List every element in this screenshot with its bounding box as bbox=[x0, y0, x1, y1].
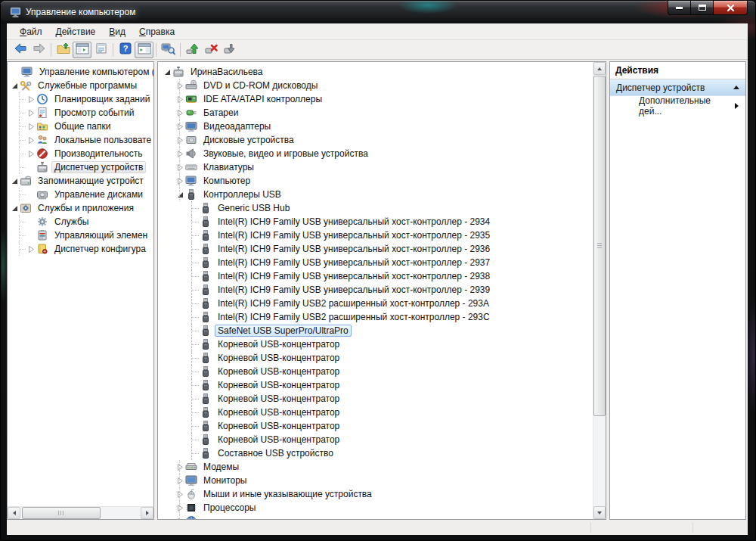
forward-button[interactable] bbox=[29, 42, 48, 58]
minimize-button[interactable] bbox=[668, 1, 691, 15]
tree-item[interactable]: Планировщик заданий bbox=[8, 92, 153, 106]
update-driver-button[interactable] bbox=[183, 42, 202, 58]
tree-item[interactable]: Generic USB Hub bbox=[158, 201, 593, 215]
tree-item[interactable]: Корневой USB-концентратор bbox=[158, 419, 593, 433]
expand-toggle-icon[interactable] bbox=[175, 462, 185, 472]
vertical-scrollbar[interactable] bbox=[593, 62, 606, 519]
tree-item[interactable]: Корневой USB-концентратор bbox=[158, 392, 593, 406]
more-actions-item[interactable]: Дополнительные дей... bbox=[610, 96, 745, 116]
expand-toggle-icon[interactable] bbox=[26, 148, 36, 159]
scan-hardware-changes-button[interactable] bbox=[159, 42, 178, 58]
console-tree-toggle-button[interactable] bbox=[73, 42, 91, 58]
tree-item[interactable]: Диспетчер конфигура bbox=[8, 242, 153, 256]
tree-item[interactable]: DVD и CD-ROM дисководы bbox=[158, 79, 593, 92]
properties-button[interactable] bbox=[91, 42, 110, 58]
tree-item[interactable]: Запоминающие устройст bbox=[8, 174, 153, 188]
tree-item[interactable]: Составное USB устройство bbox=[158, 446, 593, 460]
tree-item[interactable]: Контроллеры USB bbox=[158, 188, 593, 201]
expand-toggle-icon[interactable] bbox=[175, 94, 185, 104]
expand-toggle-icon[interactable] bbox=[26, 244, 36, 254]
collapse-chevron-icon[interactable] bbox=[733, 86, 739, 89]
maximize-button[interactable] bbox=[691, 1, 713, 15]
tree-item[interactable]: Корневой USB-концентратор bbox=[158, 406, 593, 419]
collapse-toggle-icon[interactable] bbox=[162, 67, 172, 77]
tree-item[interactable]: Клавиатуры bbox=[158, 160, 593, 174]
expand-toggle-icon[interactable] bbox=[175, 475, 185, 486]
close-button[interactable] bbox=[713, 1, 748, 15]
tree-item[interactable]: Общие папки bbox=[8, 120, 153, 133]
expand-toggle-icon[interactable] bbox=[175, 489, 185, 499]
up-level-button[interactable] bbox=[54, 42, 73, 58]
expand-toggle-icon[interactable] bbox=[26, 121, 36, 132]
back-button[interactable] bbox=[11, 42, 29, 58]
expand-toggle-icon[interactable] bbox=[175, 162, 185, 173]
disable-device-button[interactable] bbox=[221, 42, 240, 58]
tree-item[interactable]: Мониторы bbox=[158, 474, 593, 487]
tree-item[interactable]: Корневой USB-концентратор bbox=[158, 433, 593, 446]
tree-item[interactable]: Корневой USB-концентратор bbox=[158, 351, 593, 365]
titlebar[interactable]: Управление компьютером bbox=[1, 1, 755, 23]
collapse-toggle-icon[interactable] bbox=[9, 80, 20, 91]
horizontal-scrollbar[interactable] bbox=[8, 506, 153, 519]
scroll-left-button[interactable] bbox=[8, 507, 20, 519]
menu-item[interactable]: Вид bbox=[102, 25, 132, 39]
expand-toggle-icon[interactable] bbox=[175, 148, 185, 159]
expand-toggle-icon[interactable] bbox=[175, 80, 185, 91]
expand-toggle-icon[interactable] bbox=[175, 121, 185, 132]
expand-toggle-icon[interactable] bbox=[26, 107, 36, 118]
tree-item[interactable]: Intel(R) ICH9 Family USB универсальный х… bbox=[158, 269, 593, 283]
tree-item[interactable]: Intel(R) ICH9 Family USB универсальный х… bbox=[158, 229, 593, 242]
tree-item[interactable]: Корневой USB-концентратор bbox=[158, 378, 593, 392]
menu-item[interactable]: Справка bbox=[132, 25, 181, 39]
tree-item[interactable]: Батареи bbox=[158, 106, 593, 120]
expand-toggle-icon[interactable] bbox=[175, 107, 185, 118]
tree-item[interactable]: Intel(R) ICH9 Family USB2 расширенный хо… bbox=[158, 310, 593, 324]
tree-item[interactable]: Дисковые устройства bbox=[158, 133, 593, 147]
action-pane-toggle-button[interactable] bbox=[135, 42, 153, 58]
tree-item[interactable]: Локальные пользовате bbox=[8, 133, 153, 147]
tree-item[interactable]: Службы и приложения bbox=[8, 201, 153, 215]
tree-item[interactable]: Видеоадаптеры bbox=[158, 120, 593, 133]
tree-item[interactable]: Корневой USB-концентратор bbox=[158, 365, 593, 378]
tree-item[interactable]: Служебные программы bbox=[8, 79, 153, 92]
tree-item[interactable]: Мыши и иные указывающие устройства bbox=[158, 487, 593, 501]
menu-item[interactable]: Файл bbox=[13, 25, 49, 39]
hscrollbar-thumb[interactable] bbox=[22, 507, 101, 519]
tree-item[interactable]: Диспетчер устройств bbox=[8, 160, 153, 174]
tree-item[interactable]: Intel(R) ICH9 Family USB универсальный х… bbox=[158, 215, 593, 229]
tree-item[interactable]: Компьютер bbox=[158, 174, 593, 188]
tree-item[interactable]: ИринаВасильева bbox=[158, 65, 593, 79]
tree-item[interactable]: Процессоры bbox=[158, 501, 593, 515]
scroll-down-button[interactable] bbox=[593, 506, 606, 519]
tree-item[interactable]: IDE ATA/ATAPI контроллеры bbox=[158, 92, 593, 106]
actions-group-header[interactable]: Диспетчер устройств bbox=[610, 79, 745, 96]
collapse-toggle-icon[interactable] bbox=[9, 176, 20, 186]
tree-item[interactable]: Управление компьютером (л bbox=[8, 65, 153, 79]
scroll-up-button[interactable] bbox=[593, 62, 606, 75]
tree-item[interactable]: Звуковые, видео и игровые устройства bbox=[158, 147, 593, 160]
expand-toggle-icon[interactable] bbox=[175, 176, 185, 186]
tree-item[interactable]: Intel(R) ICH9 Family USB универсальный х… bbox=[158, 242, 593, 256]
tree-item[interactable]: Управляющий элемен bbox=[8, 229, 153, 242]
expand-toggle-icon[interactable] bbox=[175, 135, 185, 145]
tree-item[interactable]: Производительность bbox=[8, 147, 153, 160]
tree-item[interactable]: Службы bbox=[8, 215, 153, 229]
tree-item[interactable]: Intel(R) ICH9 Family USB универсальный х… bbox=[158, 283, 593, 297]
tree-item[interactable]: Модемы bbox=[158, 460, 593, 474]
tree-item[interactable]: SafeNet USB SuperPro/UltraPro bbox=[158, 324, 593, 337]
collapse-toggle-icon[interactable] bbox=[175, 189, 185, 200]
expand-toggle-icon[interactable] bbox=[175, 516, 185, 519]
tree-item[interactable]: Корневой USB-концентратор bbox=[158, 337, 593, 351]
expand-toggle-icon[interactable] bbox=[175, 502, 185, 513]
uninstall-device-button[interactable] bbox=[202, 42, 221, 58]
tree-item[interactable]: Intel(R) ICH9 Family USB2 расширенный хо… bbox=[158, 297, 593, 310]
collapse-toggle-icon[interactable] bbox=[9, 203, 20, 213]
expand-toggle-icon[interactable] bbox=[26, 135, 36, 145]
tree-item[interactable]: Управление дисками bbox=[8, 188, 153, 201]
help-button[interactable]: ? bbox=[116, 42, 135, 58]
tree-item[interactable] bbox=[158, 515, 593, 519]
tree-item[interactable]: Просмотр событий bbox=[8, 106, 153, 120]
tree-item[interactable]: Intel(R) ICH9 Family USB универсальный х… bbox=[158, 256, 593, 269]
expand-toggle-icon[interactable] bbox=[26, 94, 36, 104]
scroll-right-button[interactable] bbox=[141, 507, 153, 519]
